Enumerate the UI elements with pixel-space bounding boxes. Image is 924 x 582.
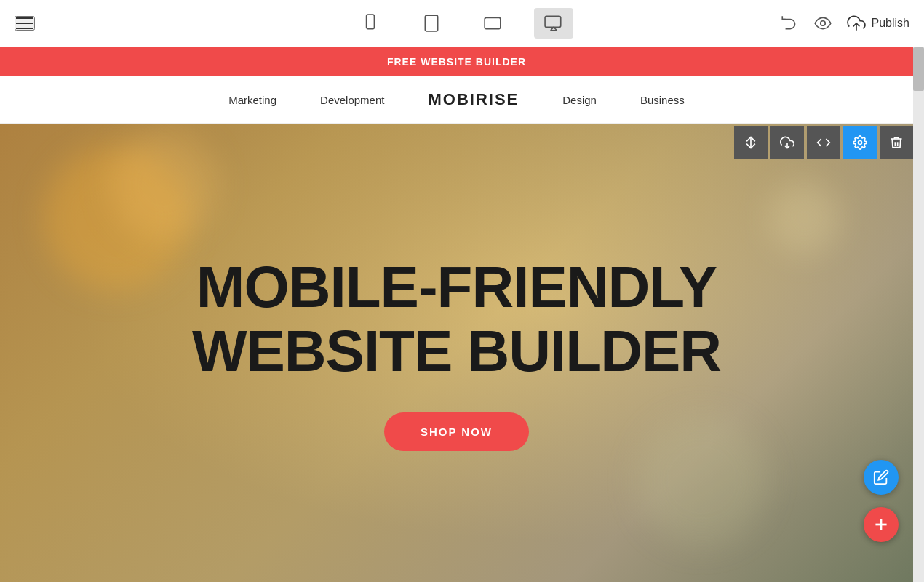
block-settings-button[interactable]: [843, 126, 877, 159]
block-reorder-button[interactable]: [734, 126, 768, 159]
scrollbar-track[interactable]: [913, 47, 924, 582]
menu-button[interactable]: [15, 16, 35, 31]
tablet-view-button[interactable]: [412, 8, 451, 39]
svg-point-8: [820, 21, 825, 26]
mobile-view-button[interactable]: [351, 8, 390, 39]
nav-link-marketing[interactable]: Marketing: [228, 94, 276, 106]
hero-content: MOBILE-FRIENDLY WEBSITE BUILDER SHOP NOW: [0, 124, 913, 582]
nav-link-business[interactable]: Business: [640, 94, 685, 106]
scrollbar-thumb[interactable]: [913, 47, 924, 91]
promo-text: FREE WEBSITE BUILDER: [387, 56, 526, 68]
nav-link-development[interactable]: Development: [320, 94, 384, 106]
fab-add-button[interactable]: [864, 507, 899, 542]
toolbar-right: Publish: [780, 14, 909, 33]
toolbar-left: [15, 16, 35, 31]
block-code-button[interactable]: [807, 126, 840, 159]
fab-pencil-button[interactable]: [864, 460, 899, 495]
site-nav: Marketing Development MOBIRISE Design Bu…: [0, 76, 913, 124]
block-delete-button[interactable]: [880, 126, 913, 159]
block-controls: [734, 126, 913, 159]
publish-label: Publish: [872, 17, 909, 30]
svg-rect-2: [425, 15, 437, 31]
svg-rect-6: [545, 16, 561, 27]
svg-point-12: [859, 141, 862, 145]
nav-link-design[interactable]: Design: [562, 94, 597, 106]
site-logo: MOBIRISE: [428, 90, 519, 109]
hero-title-line1: MOBILE-FRIENDLY: [196, 255, 717, 319]
device-switcher: [351, 8, 573, 39]
preview-button[interactable]: [813, 14, 832, 33]
undo-button[interactable]: [780, 14, 799, 33]
hero-title: MOBILE-FRIENDLY WEBSITE BUILDER: [192, 255, 721, 383]
hero-title-line2: WEBSITE BUILDER: [192, 319, 721, 383]
hero-section: MOBILE-FRIENDLY WEBSITE BUILDER SHOP NOW: [0, 124, 913, 582]
svg-rect-4: [485, 17, 501, 28]
promo-banner: FREE WEBSITE BUILDER: [0, 47, 913, 76]
toolbar: Publish: [0, 0, 924, 47]
svg-rect-0: [367, 15, 375, 29]
shop-now-button[interactable]: SHOP NOW: [384, 412, 529, 451]
block-download-button[interactable]: [770, 126, 804, 159]
desktop-view-button[interactable]: [534, 8, 573, 39]
publish-button[interactable]: Publish: [847, 14, 909, 33]
content-area: FREE WEBSITE BUILDER Marketing Developme…: [0, 47, 924, 582]
tablet-landscape-view-button[interactable]: [473, 8, 512, 39]
